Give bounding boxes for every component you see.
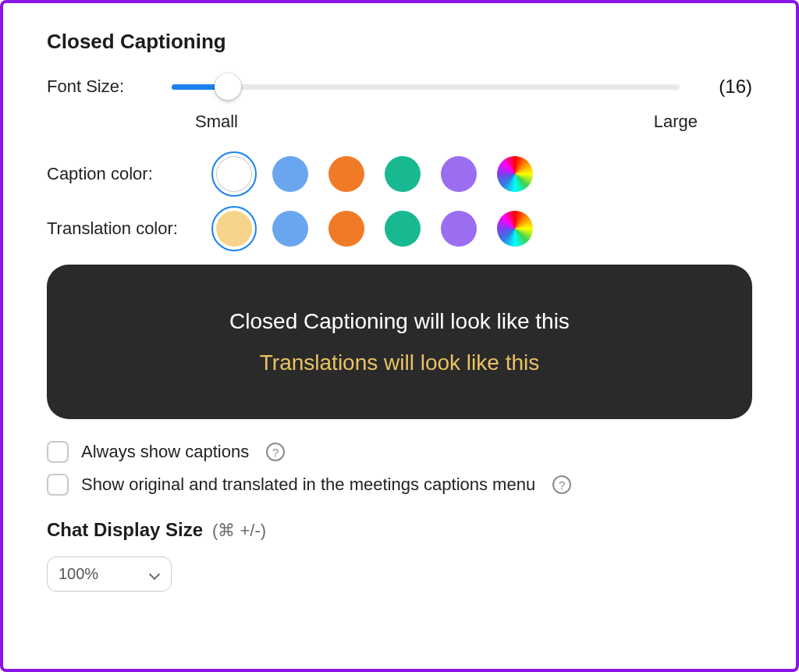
- caption-color-swatches: [215, 155, 534, 193]
- chat-display-size-value: 100%: [59, 565, 98, 583]
- color-swatch-orange[interactable]: [328, 210, 365, 247]
- color-swatch-teal[interactable]: [384, 155, 421, 193]
- help-icon[interactable]: ?: [552, 475, 571, 494]
- chevron-down-icon: [149, 569, 160, 580]
- preview-caption-text: Closed Captioning will look like this: [62, 300, 737, 342]
- color-swatch-gold[interactable]: [215, 210, 253, 247]
- chat-display-size-header: Chat Display Size (⌘ +/-): [47, 519, 752, 541]
- color-swatch-rainbow[interactable]: [496, 155, 534, 193]
- slider-thumb[interactable]: [215, 73, 241, 100]
- show-original-row: Show original and translated in the meet…: [47, 474, 752, 496]
- always-show-label: Always show captions: [81, 442, 249, 462]
- color-swatch-white[interactable]: [215, 155, 253, 193]
- scale-large-label: Large: [654, 112, 698, 132]
- show-original-label: Show original and translated in the meet…: [81, 475, 535, 495]
- color-swatch-rainbow[interactable]: [496, 210, 534, 247]
- caption-color-row: Caption color:: [47, 155, 752, 193]
- section-title: Closed Captioning: [47, 30, 752, 54]
- color-swatch-blue[interactable]: [272, 210, 309, 247]
- color-swatch-orange[interactable]: [328, 155, 365, 193]
- chat-display-shortcut: (⌘ +/-): [212, 521, 266, 541]
- always-show-row: Always show captions ?: [47, 441, 752, 463]
- translation-color-swatches: [215, 210, 534, 247]
- font-size-scale: Small Large: [195, 112, 698, 132]
- help-icon[interactable]: ?: [266, 443, 285, 461]
- font-size-value: (16): [719, 76, 752, 98]
- font-size-row: Font Size: (16): [47, 76, 752, 98]
- scale-small-label: Small: [195, 112, 238, 132]
- font-size-label: Font Size:: [47, 76, 148, 97]
- slider-track: [172, 84, 680, 90]
- font-size-slider[interactable]: [172, 84, 680, 90]
- always-show-checkbox[interactable]: [47, 441, 69, 463]
- caption-preview: Closed Captioning will look like this Tr…: [47, 265, 752, 419]
- translation-color-row: Translation color:: [47, 210, 752, 247]
- show-original-checkbox[interactable]: [47, 474, 69, 496]
- color-swatch-blue[interactable]: [272, 155, 309, 193]
- preview-translation-text: Translations will look like this: [62, 342, 737, 383]
- caption-color-label: Caption color:: [47, 164, 187, 184]
- chat-display-size-select[interactable]: 100%: [47, 556, 172, 592]
- translation-color-label: Translation color:: [47, 219, 187, 239]
- chat-display-size-title: Chat Display Size: [47, 519, 203, 541]
- color-swatch-teal[interactable]: [384, 210, 421, 247]
- color-swatch-purple[interactable]: [440, 210, 478, 247]
- color-swatch-purple[interactable]: [440, 155, 478, 193]
